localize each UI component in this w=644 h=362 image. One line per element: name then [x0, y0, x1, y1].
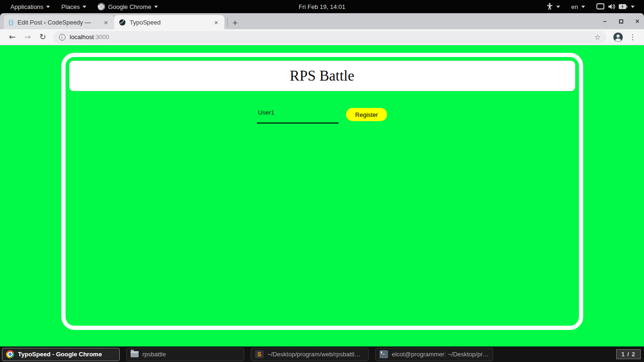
keyboard-layout-menu[interactable]: en [567, 0, 590, 13]
tab-separator [227, 18, 228, 26]
close-icon[interactable]: × [213, 18, 220, 26]
page-body: RPS Battle Register [0, 45, 644, 346]
applications-menu-label: Applications [10, 3, 43, 10]
clock[interactable]: Fri Feb 19, 14:01 [299, 3, 346, 10]
accessibility-menu[interactable] [542, 0, 565, 13]
rps-container: RPS Battle Register [61, 53, 583, 330]
forward-button[interactable]: → [20, 33, 35, 41]
display-icon [596, 3, 604, 10]
taskbar-item-sublime[interactable]: S ~/Desktop/program/web/rpsbattl… [251, 348, 369, 361]
gnome-top-bar: Applications Places Google Chrome Fri Fe… [0, 0, 644, 13]
applications-menu[interactable]: Applications [5, 0, 56, 13]
keyboard-layout-label: en [571, 3, 578, 10]
braces-favicon-icon: {} [8, 19, 14, 25]
battery-icon [619, 4, 627, 9]
address-bar[interactable]: localhost :3000 ☆ [53, 31, 606, 43]
profile-avatar-icon[interactable] [613, 32, 623, 42]
url-port: :3000 [94, 33, 109, 41]
chrome-toolbar: ← → ↻ localhost :3000 ☆ ⋮ [0, 29, 644, 45]
system-status-menu[interactable] [592, 0, 639, 13]
chrome-icon [6, 350, 14, 358]
folder-icon [131, 351, 139, 357]
window-minimize-button[interactable]: – [603, 18, 607, 25]
chevron-down-icon [631, 6, 635, 8]
terminal-prompt-glyph: $_ [380, 351, 384, 354]
chevron-down-icon [581, 6, 585, 8]
chrome-menu-kebab-icon[interactable]: ⋮ [626, 33, 639, 41]
site-info-icon[interactable] [59, 34, 66, 41]
rps-header: RPS Battle [69, 60, 576, 91]
chevron-down-icon [556, 6, 560, 8]
window-restore-button[interactable] [619, 19, 623, 24]
taskbar-item-label: ~/Desktop/program/web/rpsbattl… [267, 351, 361, 358]
tab-title: TypoSpeed [130, 19, 209, 26]
chevron-down-icon [46, 6, 50, 8]
taskbar-item-label: rpsbattle [142, 351, 166, 358]
reload-button[interactable]: ↻ [35, 33, 50, 41]
new-tab-button[interactable]: + [230, 18, 242, 29]
taskbar-item-terminal[interactable]: $_ elcot@programmer: ~/Desktop/pr… [375, 348, 493, 361]
taskbar-item-label: TypoSpeed - Google Chrome [18, 351, 102, 358]
page-title: RPS Battle [290, 67, 355, 84]
chevron-down-icon [83, 6, 86, 8]
url-host: localhost [70, 33, 94, 41]
workspace-indicator[interactable]: 1 / 2 [616, 349, 641, 359]
globe-favicon-icon [119, 19, 126, 26]
username-input[interactable] [257, 107, 339, 123]
chevron-down-icon [154, 6, 158, 8]
back-button[interactable]: ← [5, 33, 20, 41]
window-close-button[interactable]: × [636, 18, 639, 25]
register-form: Register [69, 107, 576, 123]
taskbar-item-label: elcot@programmer: ~/Desktop/pr… [392, 351, 489, 358]
taskbar-item-files[interactable]: rpsbattle [126, 348, 244, 361]
chrome-tab-strip: {} Edit Post ‹ CodeSpeedy — × TypoSpeed … [0, 13, 644, 29]
places-menu-label: Places [61, 3, 80, 10]
chrome-appmenu-label: Google Chrome [108, 3, 151, 10]
accessibility-person-icon [546, 3, 553, 10]
tab-title: Edit Post ‹ CodeSpeedy — [17, 19, 99, 26]
places-menu[interactable]: Places [56, 0, 92, 13]
bookmark-star-icon[interactable]: ☆ [594, 33, 601, 41]
tab-typospeed[interactable]: TypoSpeed × [114, 15, 224, 29]
register-button[interactable]: Register [346, 108, 387, 121]
close-icon[interactable]: × [102, 18, 109, 26]
chrome-mono-icon [98, 3, 105, 10]
chrome-appmenu[interactable]: Google Chrome [92, 0, 164, 13]
sublime-text-icon: S [255, 350, 264, 358]
window-list-taskbar: TypoSpeed - Google Chrome rpsbattle S ~/… [0, 346, 644, 362]
terminal-icon: $_ [380, 350, 388, 358]
tab-edit-post-codespeedy[interactable]: {} Edit Post ‹ CodeSpeedy — × [4, 15, 114, 29]
taskbar-item-chrome[interactable]: TypoSpeed - Google Chrome [2, 348, 120, 361]
volume-icon [608, 3, 615, 10]
